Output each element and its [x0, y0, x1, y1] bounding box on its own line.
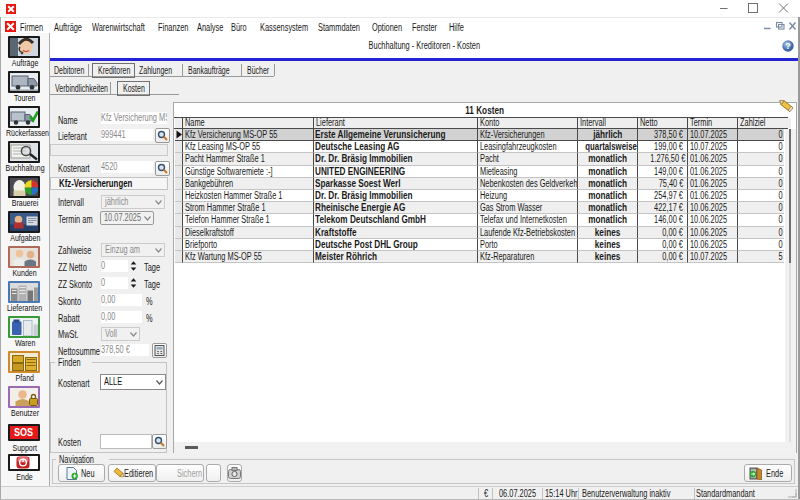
svg-text:?: ?	[785, 41, 791, 51]
